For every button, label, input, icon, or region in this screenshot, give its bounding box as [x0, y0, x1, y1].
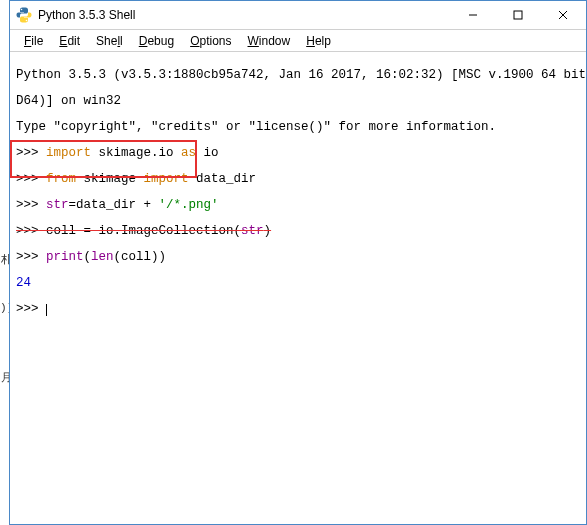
python-shell-window: Python 3.5.3 Shell File Edit Shell Debug… [9, 0, 587, 525]
menubar: File Edit Shell Debug Options Window Hel… [10, 30, 586, 52]
menu-debug[interactable]: Debug [131, 32, 182, 50]
banner-line: D64)] on win32 [16, 95, 580, 108]
window-title: Python 3.5.3 Shell [38, 8, 450, 22]
maximize-button[interactable] [495, 1, 540, 29]
window-controls [450, 1, 586, 29]
code-line: >>> print(len(coll)) [16, 251, 580, 264]
text-cursor [46, 304, 47, 316]
output-line: 24 [16, 277, 580, 290]
menu-window[interactable]: Window [240, 32, 299, 50]
menu-help[interactable]: Help [298, 32, 339, 50]
close-button[interactable] [540, 1, 586, 29]
banner-line: Python 3.5.3 (v3.5.3:1880cb95a742, Jan 1… [16, 69, 580, 82]
menu-file[interactable]: File [16, 32, 51, 50]
svg-point-0 [21, 9, 23, 11]
titlebar: Python 3.5.3 Shell [10, 1, 586, 30]
code-line: >>> coll = io.ImageCollection(str) [16, 225, 580, 238]
banner-line: Type "copyright", "credits" or "license(… [16, 121, 580, 134]
menu-options[interactable]: Options [182, 32, 239, 50]
python-icon [16, 7, 32, 23]
prompt-line: >>> [16, 303, 580, 316]
code-line: >>> from skimage import data_dir [16, 173, 580, 186]
svg-rect-3 [514, 11, 522, 19]
menu-edit[interactable]: Edit [51, 32, 88, 50]
code-line: >>> str=data_dir + '/*.png' [16, 199, 580, 212]
svg-point-1 [26, 20, 28, 22]
code-line: >>> import skimage.io as io [16, 147, 580, 160]
menu-shell[interactable]: Shell [88, 32, 131, 50]
shell-content[interactable]: Python 3.5.3 (v3.5.3:1880cb95a742, Jan 1… [10, 52, 586, 524]
minimize-button[interactable] [450, 1, 495, 29]
external-window-fragment: 朴 )) 月 [0, 0, 9, 525]
